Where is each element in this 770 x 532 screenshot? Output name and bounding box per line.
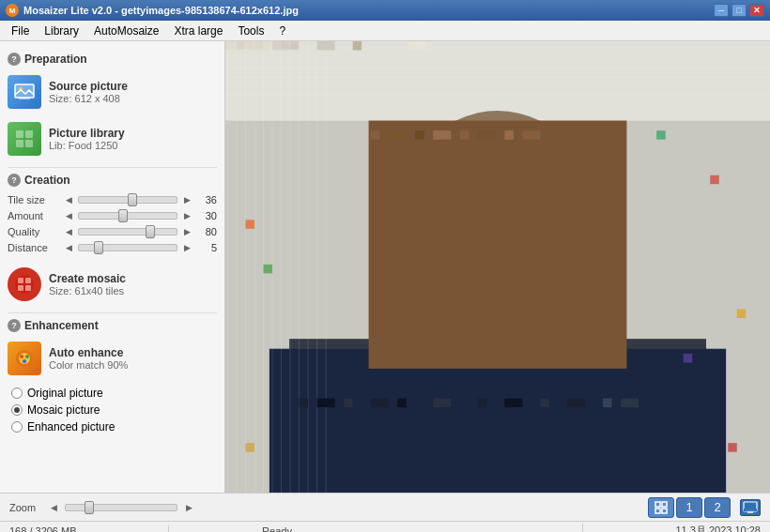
zoom-track[interactable] — [65, 504, 177, 511]
maximize-button[interactable]: □ — [732, 4, 747, 17]
amount-left-arrow[interactable]: ◀ — [63, 210, 74, 221]
distance-track[interactable] — [78, 244, 177, 251]
auto-enhance-row[interactable]: Auto enhance Color match 90% — [8, 340, 217, 377]
svg-rect-56 — [225, 41, 270, 51]
menu-tools[interactable]: Tools — [230, 23, 271, 39]
amount-thumb[interactable] — [118, 209, 128, 222]
svg-rect-75 — [478, 399, 487, 408]
enhancement-help-icon[interactable]: ? — [8, 319, 21, 332]
auto-enhance-label: Auto enhance — [49, 346, 128, 359]
menu-automosaize[interactable]: AutoMosaize — [86, 23, 166, 39]
quality-left-arrow[interactable]: ◀ — [63, 226, 74, 237]
left-panel: ? Preparation Source picture Size: 612 x… — [0, 41, 225, 493]
ready-status: Ready — [169, 525, 385, 533]
tile-size-label: Tile size — [8, 194, 59, 205]
fit-view-button[interactable] — [648, 497, 674, 518]
preparation-help-icon[interactable]: ? — [8, 53, 21, 66]
picture-library-sublabel: Lib: Food 1250 — [49, 140, 125, 151]
mosaic-picture-label: Mosaic picture — [27, 403, 100, 417]
library-svg — [14, 129, 35, 149]
auto-enhance-icon — [8, 342, 41, 375]
quality-right-arrow[interactable]: ▶ — [181, 226, 192, 237]
create-mosaic-text: Create mosaic Size: 61x40 tiles — [49, 272, 126, 296]
svg-rect-71 — [344, 399, 353, 408]
svg-rect-65 — [460, 130, 470, 140]
distance-thumb[interactable] — [94, 241, 103, 254]
sep-1 — [8, 258, 217, 266]
distance-left-arrow[interactable]: ◀ — [63, 242, 74, 253]
window-title: Mosaizer Lite v2.0 - gettyimages-9851386… — [23, 5, 299, 16]
svg-rect-89 — [655, 502, 660, 507]
quality-value: 80 — [196, 226, 217, 237]
minimize-button[interactable]: ─ — [714, 4, 729, 17]
svg-rect-90 — [662, 502, 667, 507]
menu-file[interactable]: File — [4, 23, 37, 39]
svg-rect-66 — [478, 130, 496, 140]
divider-1 — [8, 167, 217, 168]
create-mosaic-label: Create mosaic — [49, 272, 126, 285]
amount-track[interactable] — [78, 212, 177, 220]
picture-library-row: Picture library Lib: Food 1250 — [8, 120, 217, 158]
monitor-button[interactable] — [740, 499, 761, 516]
menu-bar: File Library AutoMosaize Xtra large Tool… — [0, 21, 770, 41]
view-2-button[interactable]: 2 — [704, 497, 731, 518]
original-picture-radio[interactable] — [11, 388, 23, 399]
creation-help-icon[interactable]: ? — [8, 174, 21, 187]
original-picture-row[interactable]: Original picture — [8, 387, 217, 400]
svg-rect-79 — [603, 399, 612, 408]
tile-size-thumb[interactable] — [128, 193, 137, 206]
enhanced-picture-row[interactable]: Enhanced picture — [8, 420, 217, 433]
svg-rect-7 — [25, 140, 33, 147]
view-1-button[interactable]: 1 — [676, 497, 702, 518]
menu-library[interactable]: Library — [37, 23, 86, 39]
mosaic-picture-row[interactable]: Mosaic picture — [8, 403, 217, 417]
enhanced-picture-label: Enhanced picture — [27, 420, 115, 433]
svg-rect-67 — [504, 130, 514, 140]
menu-help[interactable]: ? — [271, 23, 293, 39]
tile-size-right-arrow[interactable]: ▶ — [181, 194, 192, 205]
svg-rect-91 — [655, 509, 660, 513]
enhancement-header: ? Enhancement — [8, 319, 217, 332]
tile-size-track[interactable] — [78, 196, 177, 204]
preparation-title: Preparation — [24, 53, 87, 66]
amount-right-arrow[interactable]: ▶ — [181, 210, 192, 221]
view-buttons-group: 1 2 — [644, 497, 761, 518]
menu-xtra-large[interactable]: Xtra large — [166, 23, 230, 39]
mosaic-picture-radio[interactable] — [11, 404, 23, 416]
svg-rect-70 — [317, 399, 335, 408]
distance-label: Distance — [8, 242, 59, 253]
svg-rect-62 — [389, 130, 407, 140]
image-area — [225, 41, 770, 493]
enhanced-picture-radio[interactable] — [11, 421, 23, 433]
svg-rect-73 — [397, 399, 407, 408]
auto-enhance-text: Auto enhance Color match 90% — [49, 346, 128, 371]
svg-rect-77 — [540, 399, 549, 408]
svg-rect-60 — [408, 41, 426, 51]
svg-rect-10 — [25, 278, 31, 283]
svg-rect-69 — [300, 399, 309, 408]
svg-rect-81 — [245, 220, 254, 229]
title-bar: M Mosaizer Lite v2.0 - gettyimages-98513… — [0, 0, 770, 21]
divider-2 — [8, 312, 217, 313]
tile-size-left-arrow[interactable]: ◀ — [63, 194, 74, 205]
zoom-left-arrow[interactable]: ◀ — [48, 502, 59, 513]
svg-rect-82 — [264, 265, 273, 274]
status-bar: 168 / 3206 MB Ready 11 3月 2023 10:28 — [0, 521, 770, 532]
enhance-svg — [14, 348, 35, 369]
svg-rect-57 — [272, 41, 300, 51]
datetime-status: 11 3月 2023 10:28 — [582, 524, 770, 532]
close-button[interactable]: ✕ — [749, 4, 764, 17]
main-layout: ? Preparation Source picture Size: 612 x… — [0, 41, 770, 493]
zoom-bar: Zoom ◀ ▶ 1 2 — [0, 493, 770, 521]
create-mosaic-row[interactable]: Create mosaic Size: 61x40 tiles — [8, 266, 217, 303]
quality-thumb[interactable] — [146, 225, 155, 238]
quality-track[interactable] — [78, 228, 177, 236]
svg-rect-58 — [317, 41, 335, 51]
quality-label: Quality — [8, 226, 59, 237]
mosaic-image — [225, 41, 770, 493]
zoom-thumb[interactable] — [85, 501, 94, 514]
svg-rect-85 — [684, 354, 693, 363]
distance-right-arrow[interactable]: ▶ — [181, 242, 192, 253]
source-picture-sublabel: Size: 612 x 408 — [49, 93, 128, 104]
zoom-right-arrow[interactable]: ▶ — [183, 502, 194, 513]
